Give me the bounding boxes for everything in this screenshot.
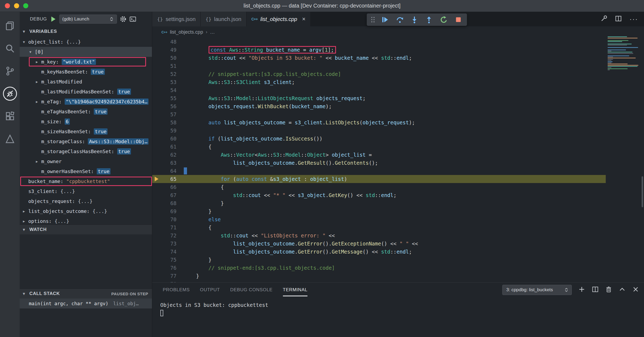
variable-row[interactable]: ▾object_list: {...} xyxy=(20,37,152,47)
debug-icon[interactable] xyxy=(0,82,20,105)
line-number[interactable]: 50 xyxy=(161,55,184,61)
code-line[interactable]: 66 { xyxy=(152,183,606,191)
gutter[interactable]: 75 xyxy=(152,257,184,263)
explorer-icon[interactable] xyxy=(0,15,20,37)
code-line[interactable]: 77 } xyxy=(152,272,606,280)
gutter[interactable]: 65 xyxy=(152,176,184,182)
start-debug-icon[interactable] xyxy=(50,16,57,23)
step-into-button[interactable] xyxy=(408,14,420,25)
line-number[interactable]: 53 xyxy=(161,79,184,85)
line-number[interactable]: 77 xyxy=(161,273,184,279)
terminal-select[interactable]: 3: cppdbg: list_buckets xyxy=(502,285,572,295)
line-number[interactable]: 48 xyxy=(161,39,184,45)
gear-icon[interactable] xyxy=(120,16,127,23)
twistie-icon[interactable]: ▸ xyxy=(23,209,28,214)
code-line[interactable]: 57 xyxy=(152,110,606,118)
line-number[interactable]: 49 xyxy=(161,47,184,53)
code-line[interactable]: 71 { xyxy=(152,223,606,231)
line-number[interactable]: 73 xyxy=(161,241,184,247)
code-line[interactable]: 73 list_objects_outcome.GetError().GetEx… xyxy=(152,240,606,248)
code-line[interactable]: 69 } xyxy=(152,207,606,215)
line-number[interactable]: 54 xyxy=(161,87,184,93)
line-number[interactable]: 70 xyxy=(161,216,184,222)
gutter[interactable]: 55 xyxy=(152,95,184,101)
minimap[interactable] xyxy=(608,35,641,72)
code-line[interactable]: 63 list_objects_outcome.GetResult().GetC… xyxy=(152,159,606,167)
line-number[interactable]: 60 xyxy=(161,136,184,142)
gutter[interactable]: 60 xyxy=(152,136,184,142)
line-number[interactable]: 63 xyxy=(161,160,184,166)
twistie-icon[interactable]: ▸ xyxy=(36,99,41,104)
code-line[interactable]: 59 xyxy=(152,127,606,135)
gutter[interactable]: 76 xyxy=(152,265,184,271)
gutter[interactable]: 62 xyxy=(152,152,184,158)
code-line[interactable]: 53 Aws::S3::S3Client s3_client; xyxy=(152,78,606,86)
twistie-icon[interactable]: ▾ xyxy=(29,50,35,54)
code-line[interactable]: 56 objects_request.WithBucket(bucket_nam… xyxy=(152,102,606,110)
code-line[interactable]: 50 std::cout << "Objects in S3 bucket: "… xyxy=(152,54,606,62)
code-line[interactable]: 74 list_objects_outcome.GetError().GetMe… xyxy=(152,248,606,256)
gutter[interactable]: 74 xyxy=(152,249,184,255)
code-line[interactable]: 49 const Aws::String bucket_name = argv[… xyxy=(152,46,606,54)
gutter[interactable]: 66 xyxy=(152,184,184,190)
variable-row[interactable]: m_lastModifiedHasBeenSet: true xyxy=(20,87,152,97)
variable-row[interactable]: m_storageClassHasBeenSet: true xyxy=(20,146,152,156)
terminal-output[interactable]: Objects in S3 bucket: cppbuckettest xyxy=(152,297,644,337)
variable-row[interactable]: ▾[0] xyxy=(20,47,152,57)
call-stack-frame[interactable]: main(int argc, char ** argv)list_obj… xyxy=(20,299,152,308)
gutter[interactable]: 59 xyxy=(152,128,184,134)
twistie-icon[interactable]: ▸ xyxy=(36,79,41,84)
breadcrumb-file[interactable]: list_objects.cpp xyxy=(170,29,203,35)
variables-section-header[interactable]: ▾ VARIABLES xyxy=(20,26,152,36)
line-number[interactable]: 72 xyxy=(161,233,184,238)
call-stack-section-header[interactable]: ▾ CALL STACK PAUSED ON STEP xyxy=(20,289,152,299)
variable-row[interactable]: ▸list_objects_outcome: {...} xyxy=(20,206,152,216)
gutter[interactable]: 73 xyxy=(152,241,184,247)
line-number[interactable]: 69 xyxy=(161,208,184,214)
close-tab-icon[interactable]: × xyxy=(302,16,306,23)
line-number[interactable]: 58 xyxy=(161,120,184,125)
code-line[interactable]: 62 Aws::Vector<Aws::S3::Model::Object> o… xyxy=(152,151,606,159)
search-icon[interactable] xyxy=(0,37,20,60)
watch-section-header[interactable]: ▾ WATCH xyxy=(20,224,152,234)
line-number[interactable]: 67 xyxy=(161,192,184,198)
gutter[interactable]: 54 xyxy=(152,87,184,93)
breadcrumb-symbol[interactable]: … xyxy=(210,29,215,35)
gutter[interactable]: 49 xyxy=(152,47,184,53)
panel-tab-output[interactable]: OUTPUT xyxy=(200,283,220,296)
code-line[interactable]: 61 { xyxy=(152,143,606,151)
gutter[interactable]: 51 xyxy=(152,63,184,69)
twistie-icon[interactable]: ▾ xyxy=(23,40,28,44)
code-line[interactable]: 60 if (list_objects_outcome.IsSuccess()) xyxy=(152,135,606,143)
code-line[interactable]: 64 xyxy=(152,167,606,175)
variable-row[interactable]: ▸m_lastModified xyxy=(20,77,152,87)
tab-list_objects.cpp[interactable]: C++list_objects.cpp× xyxy=(247,12,311,26)
code-line[interactable]: 76 // snippet-end:[s3.cpp.list_objects.c… xyxy=(152,264,606,272)
code-line[interactable]: 70 else xyxy=(152,215,606,223)
continue-button[interactable] xyxy=(379,14,391,25)
breadcrumb[interactable]: C++ list_objects.cpp › … xyxy=(152,26,644,38)
variable-row[interactable]: ▸m_eTag: "\"b1946ac92492d2347c6235b4… xyxy=(20,97,152,107)
code-line[interactable]: 65 for (auto const &s3_object : object_l… xyxy=(152,175,606,183)
code-line[interactable]: 54 xyxy=(152,86,606,94)
split-editor-icon[interactable] xyxy=(615,15,622,23)
gutter[interactable]: 69 xyxy=(152,208,184,214)
line-number[interactable]: 62 xyxy=(161,152,184,158)
tab-launch.json[interactable]: {}launch.json xyxy=(201,12,247,26)
code-line[interactable]: 68 } xyxy=(152,199,606,207)
breakpoint-zone[interactable] xyxy=(152,177,161,181)
tab-settings.json[interactable]: {}settings.json xyxy=(152,12,201,26)
variable-row[interactable]: s3_client: {...} xyxy=(20,186,152,196)
split-terminal-icon[interactable] xyxy=(592,286,599,294)
twistie-icon[interactable]: ▸ xyxy=(36,59,41,64)
code-editor[interactable]: 4849 const Aws::String bucket_name = arg… xyxy=(152,38,644,282)
code-line[interactable]: 75 } xyxy=(152,256,606,264)
code-line[interactable]: 67 std::cout << "* " << s3_object.GetKey… xyxy=(152,191,606,199)
line-number[interactable]: 78 xyxy=(161,281,184,282)
gutter[interactable]: 58 xyxy=(152,120,184,125)
gutter[interactable]: 52 xyxy=(152,71,184,77)
debug-console-icon[interactable] xyxy=(129,16,136,23)
panel-tab-terminal[interactable]: TERMINAL xyxy=(283,283,308,296)
line-number[interactable]: 52 xyxy=(161,71,184,77)
line-number[interactable]: 56 xyxy=(161,103,184,109)
